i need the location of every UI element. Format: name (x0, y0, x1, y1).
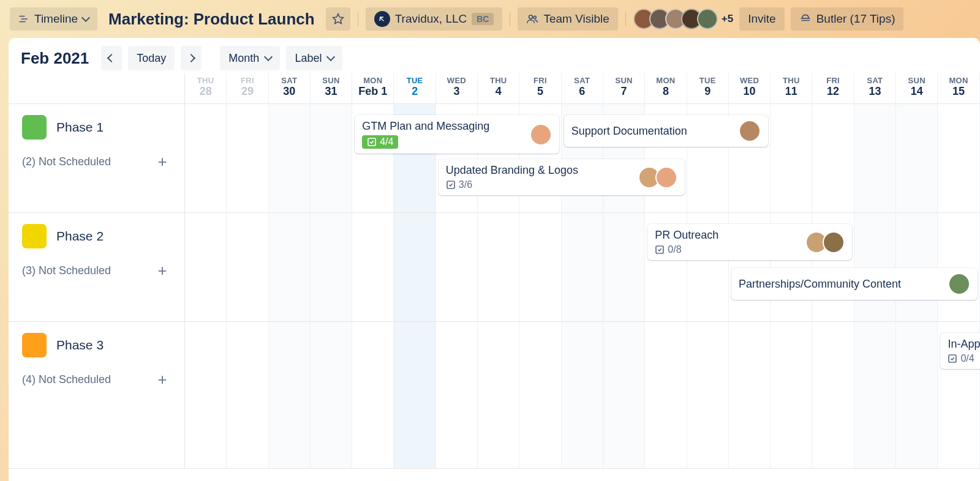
add-card-button[interactable]: + (154, 153, 171, 170)
day-column-header: THU4 (478, 73, 519, 103)
today-label: Today (137, 52, 166, 65)
day-column-header: SUN31 (311, 73, 352, 103)
day-column-header: FRI5 (519, 73, 561, 103)
card-title: Support Documentation (571, 125, 733, 138)
lane-title: Phase 1 (56, 120, 104, 135)
chevron-down-icon (81, 13, 90, 22)
butler-button[interactable]: Butler (17 Tips) (791, 7, 904, 31)
not-scheduled-count[interactable]: (3) Not Scheduled (22, 264, 111, 277)
divider (625, 12, 626, 26)
day-column-header: MON15 (938, 73, 979, 103)
card-member-avatars (948, 273, 970, 295)
invite-label: Invite (748, 12, 775, 26)
board-header: Timeline Marketing: Product Launch Travi… (0, 0, 980, 38)
star-button[interactable] (326, 7, 350, 31)
chevron-left-icon (107, 54, 116, 62)
card-title: In-App Announcement (948, 338, 980, 351)
day-column-header: TUE2 (394, 73, 435, 103)
day-column-header: THU11 (771, 73, 812, 103)
timeline-toolbar: Feb 2021 Today Month Label (9, 38, 980, 73)
day-column-header: FRI29 (227, 73, 268, 103)
day-column-header: MON8 (645, 73, 687, 103)
lane-body[interactable]: PR Outreach 0/8Partnerships/Community Co… (185, 213, 980, 321)
view-switcher-label: Timeline (34, 12, 78, 26)
member-avatar[interactable] (823, 231, 845, 253)
prev-period-button[interactable] (101, 46, 122, 70)
timeline-card[interactable]: GTM Plan and Messaging 4/4 (355, 115, 559, 154)
timeline-card[interactable]: Partnerships/Community Content (731, 268, 978, 300)
checklist-badge: 0/4 (948, 353, 974, 364)
svg-marker-3 (333, 14, 343, 24)
timeline-panel: Feb 2021 Today Month Label THU28FRI29SAT… (9, 38, 980, 481)
svg-point-4 (529, 15, 533, 19)
next-period-button[interactable] (181, 46, 202, 70)
group-select[interactable]: Label (286, 46, 342, 70)
chevron-down-icon (264, 53, 273, 61)
card-member-avatars (530, 124, 552, 146)
add-card-button[interactable]: + (154, 262, 171, 279)
member-avatar[interactable] (739, 120, 761, 142)
day-column-header: SUN7 (603, 73, 645, 103)
lane-body[interactable]: GTM Plan and Messaging 4/4Support Docume… (185, 104, 980, 212)
board-title[interactable]: Marketing: Product Launch (104, 10, 320, 29)
lane-sidebar: Phase 3 (4) Not Scheduled + (9, 322, 185, 468)
timeline-grid: THU28FRI29SAT30SUN31MONFeb 1TUE2WED3THU4… (9, 73, 980, 481)
day-column-header: SUN14 (896, 73, 938, 103)
lanes-container: Phase 1 (2) Not Scheduled + GTM Plan and… (9, 104, 980, 469)
timeline-icon (18, 13, 29, 24)
lane-color-swatch (22, 333, 47, 357)
day-column-header: SAT30 (269, 73, 311, 103)
member-avatar[interactable] (530, 124, 552, 146)
day-column-header: THU28 (185, 73, 227, 103)
member-overflow-count[interactable]: +5 (722, 13, 733, 25)
member-avatar[interactable] (697, 9, 718, 29)
lane-row: Phase 1 (2) Not Scheduled + GTM Plan and… (9, 104, 980, 213)
not-scheduled-count[interactable]: (4) Not Scheduled (22, 373, 111, 386)
current-period-label: Feb 2021 (21, 49, 89, 68)
day-column-header: WED3 (436, 73, 478, 103)
day-column-header: WED10 (729, 73, 771, 103)
chevron-down-icon (326, 53, 335, 61)
lane-color-swatch (22, 115, 47, 140)
lane-title: Phase 2 (56, 229, 104, 244)
lane-body[interactable]: In-App Announcement 0/4Upload Tutorial V… (185, 322, 980, 468)
visibility-button[interactable]: Team Visible (518, 7, 617, 31)
lane-sidebar: Phase 1 (2) Not Scheduled + (9, 104, 185, 212)
add-card-button[interactable]: + (154, 371, 171, 388)
timeline-card[interactable]: Support Documentation (564, 115, 769, 147)
timeline-card[interactable]: PR Outreach 0/8 (647, 224, 852, 260)
card-member-avatars (739, 120, 761, 142)
svg-point-5 (534, 16, 537, 18)
not-scheduled-count[interactable]: (2) Not Scheduled (22, 155, 111, 168)
scale-label: Month (228, 52, 259, 65)
lane-row: Phase 2 (3) Not Scheduled + PR Outreach … (9, 213, 980, 322)
scale-select[interactable]: Month (220, 46, 280, 70)
day-header-row: THU28FRI29SAT30SUN31MONFeb 1TUE2WED3THU4… (9, 73, 980, 104)
view-switcher[interactable]: Timeline (10, 7, 97, 31)
workspace-plan-badge: BC (472, 13, 494, 25)
lane-sidebar: Phase 2 (3) Not Scheduled + (9, 213, 185, 321)
divider (358, 12, 358, 26)
card-title: PR Outreach (655, 229, 799, 242)
timeline-card[interactable]: In-App Announcement 0/4 (940, 333, 980, 369)
member-avatar-stack[interactable]: +5 (633, 9, 733, 29)
card-title: GTM Plan and Messaging (362, 120, 524, 133)
checklist-badge: 4/4 (362, 135, 398, 149)
timeline-card[interactable]: Updated Branding & Logos 3/6 (439, 159, 685, 195)
star-icon (332, 13, 344, 25)
checklist-badge: 0/8 (655, 244, 681, 255)
butler-icon (799, 13, 812, 25)
divider (510, 12, 510, 26)
workspace-name: Travidux, LLC (395, 12, 467, 26)
workspace-button[interactable]: Travidux, LLC BC (366, 7, 503, 31)
card-member-avatars (805, 231, 845, 253)
card-member-avatars (638, 166, 677, 188)
member-avatar[interactable] (948, 273, 970, 295)
invite-button[interactable]: Invite (739, 7, 784, 31)
day-column-header: SAT13 (854, 73, 896, 103)
chevron-right-icon (187, 54, 195, 62)
today-button[interactable]: Today (128, 46, 175, 70)
team-icon (526, 13, 538, 25)
lane-color-swatch (22, 224, 47, 248)
member-avatar[interactable] (655, 166, 677, 188)
